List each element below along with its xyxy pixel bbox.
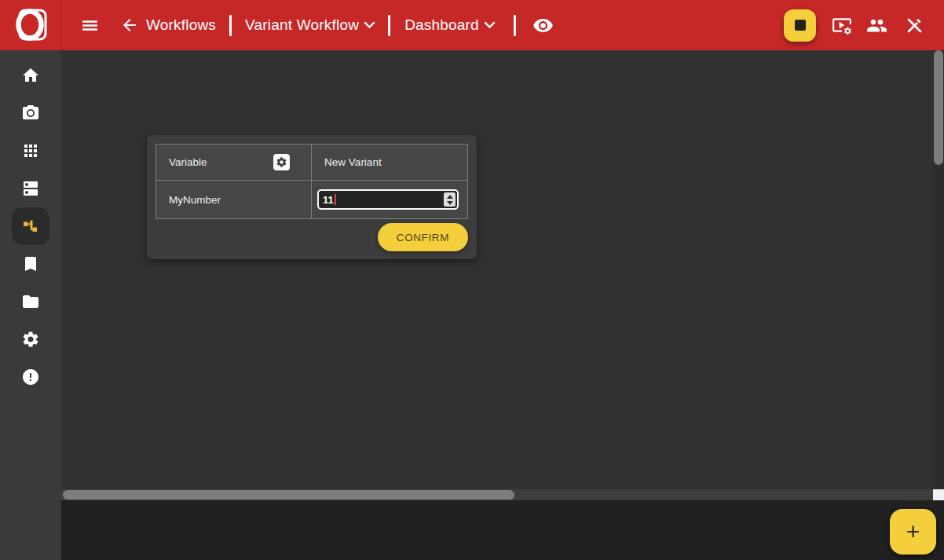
variable-table: Variable New Variant xyxy=(156,144,468,219)
chevron-down-icon xyxy=(484,21,496,29)
horizontal-scrollbar xyxy=(61,489,933,500)
text-caret xyxy=(335,194,336,205)
sidebar-item-alerts[interactable] xyxy=(12,358,49,396)
schema-icon xyxy=(21,217,40,236)
vertical-scrollbar-thumb[interactable] xyxy=(934,50,943,165)
number-spinner[interactable] xyxy=(444,192,456,207)
divider xyxy=(229,15,232,36)
divider xyxy=(514,15,516,36)
visibility-icon[interactable] xyxy=(532,15,554,36)
sidebar-item-camera[interactable] xyxy=(12,94,49,132)
chevron-down-icon xyxy=(364,21,375,29)
dashboard-canvas: Variable New Variant xyxy=(61,50,933,489)
horizontal-scrollbar-thumb[interactable] xyxy=(63,490,514,500)
settings-applications-icon xyxy=(276,156,287,168)
dns-icon xyxy=(21,179,40,198)
bookmark-icon xyxy=(21,254,40,273)
bottom-panel: + xyxy=(61,500,944,560)
sidebar-item-files[interactable] xyxy=(12,283,49,320)
column-header-new-variant: New Variant xyxy=(324,156,382,168)
divider xyxy=(388,15,390,36)
sidebar-item-workflows[interactable] xyxy=(12,207,49,245)
confirm-button[interactable]: CONFIRM xyxy=(378,223,468,251)
video-settings-icon[interactable] xyxy=(832,15,852,35)
scrollbar-corner xyxy=(933,489,944,500)
workflow-selector-label: Variant Workflow xyxy=(245,16,359,34)
stop-button[interactable] xyxy=(784,9,816,42)
variant-form-card: Variable New Variant xyxy=(147,135,477,259)
error-icon xyxy=(21,368,40,386)
app-window: Workflows Variant Workflow Dashboard xyxy=(0,0,944,560)
sidebar-item-apps[interactable] xyxy=(12,132,49,170)
column-header-variable: Variable xyxy=(169,156,207,168)
view-selector[interactable]: Dashboard xyxy=(404,16,496,34)
number-input-wrap xyxy=(317,189,459,210)
sidebar-item-home[interactable] xyxy=(12,57,49,94)
spinner-up-icon xyxy=(447,195,453,199)
spinner-down-icon xyxy=(447,201,453,205)
variant-value-input[interactable] xyxy=(317,189,459,210)
top-app-bar: Workflows Variant Workflow Dashboard xyxy=(0,0,944,50)
back-arrow-icon[interactable] xyxy=(120,16,139,35)
stop-icon xyxy=(795,20,806,31)
sidebar-item-settings[interactable] xyxy=(12,320,49,358)
variable-settings-button[interactable] xyxy=(273,154,290,170)
apps-grid-icon xyxy=(21,141,40,160)
sidebar-nav xyxy=(0,50,61,560)
logo-o-icon xyxy=(11,5,50,45)
camera-icon xyxy=(21,104,40,123)
hamburger-menu-icon[interactable] xyxy=(80,16,100,35)
app-logo[interactable] xyxy=(0,0,61,50)
group-icon[interactable] xyxy=(866,15,887,36)
gear-icon xyxy=(21,330,40,349)
sidebar-item-bookmarks[interactable] xyxy=(12,245,49,283)
home-icon xyxy=(21,66,40,85)
view-selector-label: Dashboard xyxy=(404,16,479,34)
variable-name-label: MyNumber xyxy=(169,194,221,206)
workflow-selector[interactable]: Variant Workflow xyxy=(245,16,375,34)
add-fab-button[interactable]: + xyxy=(890,509,936,555)
edit-off-icon[interactable] xyxy=(905,16,924,35)
vertical-scrollbar xyxy=(933,50,944,489)
sidebar-item-dns[interactable] xyxy=(12,170,49,207)
breadcrumb-workflows[interactable]: Workflows xyxy=(146,16,216,34)
folder-icon xyxy=(21,292,40,311)
